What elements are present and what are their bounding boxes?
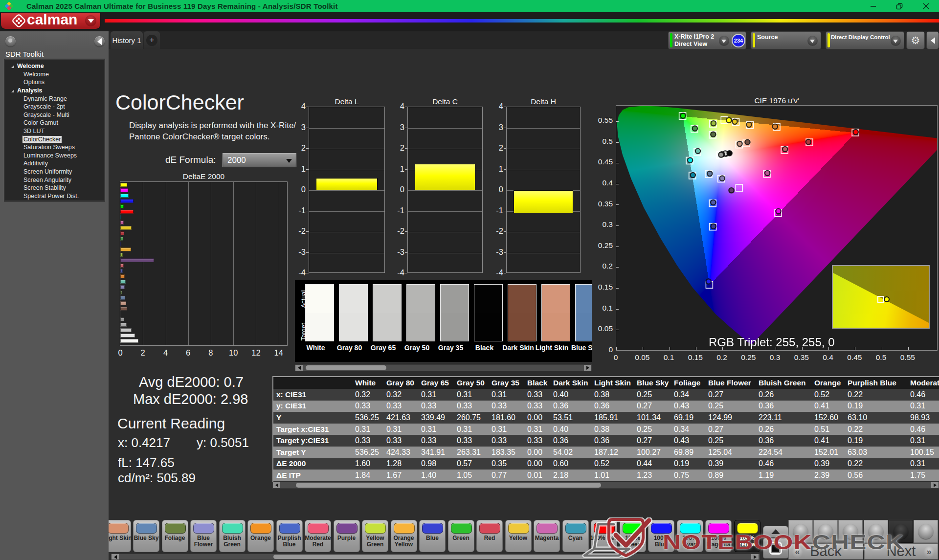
tree-item-screen-stability[interactable]: Screen Stability xyxy=(4,184,105,192)
meter-tool-button-4[interactable] xyxy=(864,520,888,543)
scroll-right-button[interactable] xyxy=(751,554,759,560)
tree-item-color-gamut[interactable]: Color Gamut xyxy=(4,119,105,127)
tree-item-screen-uniformity[interactable]: Screen Uniformity xyxy=(4,168,105,176)
minimize-button[interactable] xyxy=(862,0,884,12)
de-bar-100-red xyxy=(120,210,134,214)
table-cell: 0.33 xyxy=(385,402,420,410)
display-control-select[interactable]: Direct Display Control xyxy=(826,31,904,49)
patch-button-blue[interactable]: Blue xyxy=(419,520,446,552)
tree-item-grayscale-multi[interactable]: Grayscale - Multi xyxy=(4,111,105,119)
table-cell: 0.00 xyxy=(526,459,552,468)
patch-button-purplish-blue[interactable]: Purplish Blue xyxy=(276,520,303,552)
patch-button-100-magenta[interactable]: 100% Magenta xyxy=(705,520,732,552)
meter-tool-button-3[interactable] xyxy=(838,520,863,543)
tree-item-saturation-sweeps[interactable]: Saturation Sweeps xyxy=(4,143,105,152)
tree-item-additivity[interactable]: Additivity xyxy=(4,159,105,168)
patch-button-100-cyan[interactable]: 100% Cyan xyxy=(677,520,703,552)
y-tick-label: 0.2 xyxy=(590,262,613,270)
meter-tool-button-1[interactable] xyxy=(788,520,813,543)
patch-button-100-yellow[interactable]: 100% Yellow xyxy=(734,520,760,552)
pattern-window-button[interactable] xyxy=(763,538,788,559)
next-button[interactable]: Next » xyxy=(864,543,938,560)
meter-count-badge[interactable]: 234 xyxy=(732,34,745,47)
de-bar-blue xyxy=(120,242,121,246)
patch-button-red[interactable]: Red xyxy=(476,520,503,552)
table-cell: 69.19 xyxy=(673,413,707,422)
scroll-left-button[interactable] xyxy=(273,482,280,488)
sidebar-radio-button[interactable] xyxy=(5,36,16,46)
scroll-right-button[interactable] xyxy=(931,482,939,488)
calman-menu-dropdown[interactable] xyxy=(85,15,96,26)
calman-menu-button[interactable]: calman xyxy=(1,13,100,29)
patch-button-yellow[interactable]: Yellow xyxy=(505,520,532,552)
source-select[interactable]: Source xyxy=(751,31,821,49)
restore-button[interactable] xyxy=(888,0,911,12)
tree-item-grayscale-2pt[interactable]: Grayscale - 2pt xyxy=(4,103,105,111)
tree-item-options[interactable]: Options xyxy=(4,78,105,87)
y-tick-label: 0.15 xyxy=(590,283,613,291)
close-button[interactable] xyxy=(915,0,937,12)
tree-item-spectral-power-dist-[interactable]: Spectral Power Dist. xyxy=(4,192,105,201)
table-cell: 0.19 xyxy=(673,459,707,468)
scroll-left-button[interactable] xyxy=(112,554,119,560)
table-cell: 0.31 xyxy=(420,390,456,399)
patch-button-bluish-green[interactable]: Bluish Green xyxy=(219,520,246,552)
table-cell: 339.49 xyxy=(420,413,456,422)
scrollbar-thumb[interactable] xyxy=(296,483,601,488)
patch-button-orange-yellow[interactable]: Orange Yellow xyxy=(391,520,417,552)
tree-header-welcome[interactable]: Welcome xyxy=(4,62,105,70)
actual-swatch xyxy=(373,285,401,313)
patch-strip-scrollbar[interactable] xyxy=(111,554,760,560)
tree-item-3d-lut[interactable]: 3D LUT xyxy=(4,127,105,135)
patch-button-orange[interactable]: Orange xyxy=(247,520,274,552)
tab-history-1[interactable]: History 1 xyxy=(111,31,143,49)
table-scrollbar[interactable] xyxy=(272,482,939,489)
scroll-right-button[interactable] xyxy=(584,365,591,371)
scrollbar-thumb[interactable] xyxy=(306,365,386,370)
patch-button-moderate-red[interactable]: Moderate Red xyxy=(305,520,331,552)
table-cell: 0.31 xyxy=(909,459,939,468)
patch-button-foliage[interactable]: Foliage xyxy=(162,520,188,552)
patch-button-light-skin[interactable]: Light Skin xyxy=(109,520,131,552)
table-cell: 0.27 xyxy=(636,436,673,445)
table-cell: 1.75 xyxy=(909,471,939,480)
table-cell: 0.33 xyxy=(526,390,552,399)
patch-button-100-green[interactable]: 100% Green xyxy=(620,520,646,552)
swatch-label: Gray 35 xyxy=(433,344,469,352)
patch-color-chip xyxy=(394,523,415,534)
patch-button-yellow-green[interactable]: Yellow Green xyxy=(362,520,388,552)
meter-tool-button-2[interactable] xyxy=(813,520,838,543)
tree-item-welcome[interactable]: Welcome xyxy=(4,70,105,79)
gridline xyxy=(408,149,482,149)
scrollbar-thumb[interactable] xyxy=(273,555,626,559)
patch-button-green[interactable]: Green xyxy=(448,520,474,552)
plus-icon: + xyxy=(146,35,157,46)
tree-header-analysis[interactable]: Analysis xyxy=(4,87,105,95)
patch-button-cyan[interactable]: Cyan xyxy=(562,520,589,552)
patch-button-blue-sky[interactable]: Blue Sky xyxy=(133,520,159,552)
meter-select[interactable]: X-Rite i1Pro 2 Direct View 234 xyxy=(668,31,746,49)
strip-collapse-button[interactable] xyxy=(763,526,788,538)
patch-button-magenta[interactable]: Magenta xyxy=(534,520,560,552)
sidebar-collapse-button[interactable] xyxy=(94,36,105,46)
meter-tool-button-5[interactable] xyxy=(889,520,913,543)
patch-button-label: 100% Blue xyxy=(648,535,675,548)
tree-item-luminance-sweeps[interactable]: Luminance Sweeps xyxy=(4,152,105,160)
meter-tool-button-6[interactable] xyxy=(914,520,938,543)
scroll-left-button[interactable] xyxy=(295,365,303,371)
patch-button-100-blue[interactable]: 100% Blue xyxy=(648,520,674,552)
tab-add-button[interactable]: + xyxy=(144,31,160,49)
back-button[interactable]: « Back xyxy=(788,543,863,560)
patch-button-blue-flower[interactable]: Blue Flower xyxy=(190,520,217,552)
tree-item-colorchecker[interactable]: ColorChecker xyxy=(4,135,105,143)
patch-button-100-red[interactable]: 100% Red xyxy=(591,520,617,552)
tree-item-screen-angularity[interactable]: Screen Angularity xyxy=(4,176,105,184)
patch-button-purple[interactable]: Purple xyxy=(334,520,360,552)
de-formula-select[interactable]: 2000 xyxy=(223,153,296,167)
tree-item-dynamic-range[interactable]: Dynamic Range xyxy=(4,94,105,103)
settings-button[interactable]: ⚙ xyxy=(906,31,925,49)
swatch-scrollbar[interactable] xyxy=(295,364,592,371)
collapse-right-panel-button[interactable] xyxy=(926,31,939,49)
patch-color-chip xyxy=(222,523,243,534)
y-tick-label: 4 xyxy=(490,102,503,111)
